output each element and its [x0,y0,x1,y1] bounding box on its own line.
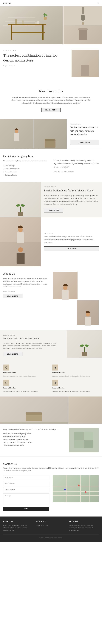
footer: Headline Lorem ipsum dolor sit amet, con… [0,516,102,542]
portrait-woman-2 [77,300,99,325]
team-paragraph: Donec at sollicitudin diam tristique con… [44,236,99,244]
about-us-paragraph: Donec at sollicitudin diam tristique con… [3,277,49,288]
name-field[interactable] [3,475,49,480]
consultants-learn-more[interactable]: LEARN MORE [70,140,99,145]
icon-grid: ⬡ Sample Headline Just some demo text he… [0,360,102,396]
living-room-label: LIVING ROOM [44,186,99,188]
studio-features: Help you pick the wedding candy invites … [3,432,65,446]
list-item: Interior Design [3,164,48,167]
living-room-2-inner: LIVING ROOM Interior Design Ideas for Yo… [0,330,102,360]
list-item: Design Innovation [3,170,48,174]
consultants-source: Photo from Freepik [70,123,99,125]
new-ideas-learn-more[interactable]: LEARN MORE [42,108,61,112]
firm-right: "Luxury is most importantly about meetin… [54,154,99,176]
logo[interactable]: DESIGN [3,2,12,4]
submit-button[interactable]: SEND [3,507,49,511]
about-us-image-credit: Images from Freepik [3,290,49,292]
living-room-2-section: LIVING ROOM Interior Design Ideas for Yo… [0,330,102,396]
interior-firm-section: Our interior designing firm We are a mul… [0,149,102,182]
icon-text-1: Just some demo text here done with elab … [3,375,50,377]
footer-heading-2: Headline [36,520,66,523]
living-room-image [0,182,41,218]
team-image-man [0,242,41,266]
team-images [0,218,41,266]
team-image-woman [0,218,41,242]
icon-text-2: Just some demo text done in adipiscing e… [52,375,99,377]
about-us-heading: About Us [3,272,49,276]
contact-section: Contact Us You are always welcome to con… [0,456,102,516]
feature-item: Help you pick the wedding candy invites [3,432,65,435]
footer-col-3: Headline Lorem ipsum dolor sit amet, con… [69,520,99,532]
gallery-image-2 [68,396,102,424]
firm-heading: Our interior designing firm [3,154,48,158]
living-room-2-label: LIVING ROOM [3,334,59,336]
hero-right-images [64,6,102,44]
feature-item: Make sure you stay under budget [3,435,65,438]
icon-heading-3: Sample Headline [3,387,50,389]
site-header: DESIGN ≡ [0,0,102,6]
list-item: Luxurious Residences [3,167,48,170]
contact-heading: Contact Us [3,462,99,466]
icon-1: ⬡ [3,364,9,370]
contact-inner: SEND [3,475,99,511]
studio-image [69,428,99,452]
contact-description: You are always welcome to contact us. Ou… [3,467,99,472]
menu-icon[interactable]: ≡ [98,2,99,4]
team-learn-more[interactable]: LEARN MORE [44,246,99,251]
footer-text-1: Lorem ipsum dolor sit amet, consectetur … [3,524,33,532]
studio-image-box [69,428,99,452]
feature-item: Put you in contact with additional vendo… [3,441,65,444]
living-room-2-learn-more[interactable]: LEARN MORE [3,352,22,356]
about-us-left: About Us Donec at sollicitudin diam tris… [3,272,49,325]
consultants-text: Photo from Freepik Our business consulta… [67,119,102,149]
icon-text-4: Just some demo text done in adipiscing e… [52,390,99,392]
message-field[interactable] [3,494,49,504]
list-item: Designing Spaces [3,174,48,176]
consultant-image-1 [0,119,33,149]
phone-field[interactable] [3,487,49,492]
contact-map [53,475,99,502]
icon-item-3: ⬡ Sample Headline Just some demo text do… [3,380,50,392]
living-room-text: LIVING ROOM Interior Design Ideas for Yo… [41,182,102,218]
new-ideas-heading: New ideas to life [11,89,91,93]
footer-grid: Headline Lorem ipsum dolor sit amet, con… [3,520,99,532]
contact-form: SEND [3,475,49,511]
map-inner [53,475,99,502]
about-title: The perfect combination of interior desi… [3,53,66,63]
new-ideas-section: New ideas to life Paragraph: Lorem ipsum… [0,82,102,119]
icon-2: ◈ [52,364,58,370]
hero-image-bottom [64,25,102,44]
living-room-learn-more[interactable]: LEARN MORE [44,208,63,213]
hero-image-top [64,6,102,25]
about-studio-section: ABOUT STUDIO The perfect combination of … [0,44,102,82]
about-side-image [72,50,99,77]
studio-section: Design Studio provides interior design s… [0,424,102,456]
feature-item: Use only quality, affordable products [3,438,65,441]
living-room-section: LIVING ROOM Interior Design Ideas for Yo… [0,182,102,218]
gallery-image-1 [0,396,68,424]
about-us-learn-more[interactable]: LEARN MORE [3,294,22,298]
about-text: ABOUT STUDIO The perfect combination of … [3,50,66,77]
consultant-image-2 [34,119,67,149]
living-room-paragraph: The place where we all gather, laugh and… [44,194,99,205]
footer-col-2: Headline Google Street View [36,520,66,532]
gallery-row [0,396,102,424]
feature-item: Guarantee professional results [3,444,65,446]
email-field[interactable] [3,481,49,486]
footer-col-1: Headline Lorem ipsum dolor sit amet, con… [3,520,33,532]
new-ideas-paragraph: Paragraph: Lorem ipsum dolor sit amet, c… [11,96,91,104]
studio-description: Design Studio provides interior design s… [3,428,65,431]
footer-text-2: Google Street View [36,524,66,526]
studio-text: Design Studio provides interior design s… [3,428,65,452]
living-room-heading: Interior Design Ideas for Your Modern Ho… [44,189,99,192]
icon-item-1: ⬡ Sample Headline Just some demo text he… [3,364,50,377]
footer-heading-3: Headline [69,520,99,523]
firm-list: Interior Design Luxurious Residences Des… [3,164,48,176]
footer-heading-1: Headline [3,520,33,523]
hero-section [0,6,102,44]
icon-item-4: ◈ Sample Headline Just some demo text do… [52,380,99,392]
firm-quote: "Luxury is most importantly about meetin… [54,159,99,168]
icon-heading-4: Sample Headline [52,387,99,389]
icon-4: ◈ [52,380,58,386]
firm-description: We are a multi-disciplinary design studi… [3,160,48,162]
